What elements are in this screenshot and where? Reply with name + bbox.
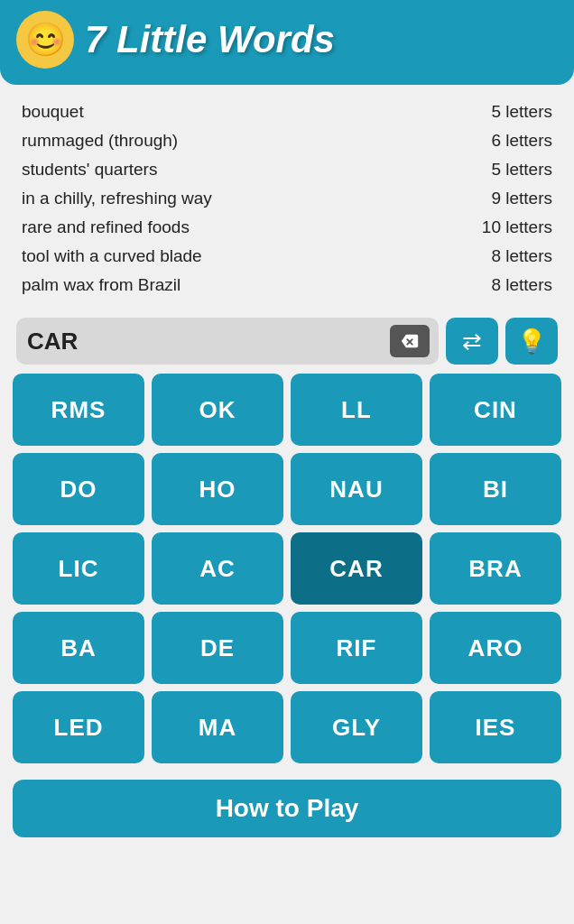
delete-button[interactable]: [390, 325, 430, 357]
tile-button[interactable]: DO: [13, 453, 144, 525]
tile-button[interactable]: CIN: [430, 374, 561, 446]
clue-letters: 8 letters: [491, 246, 552, 266]
input-row: CAR ⇄ 💡: [0, 309, 574, 374]
clue-letters: 8 letters: [491, 275, 552, 295]
clue-letters: 10 letters: [482, 217, 552, 237]
clue-letters: 5 letters: [491, 102, 552, 122]
shuffle-icon: ⇄: [462, 328, 482, 356]
tile-button[interactable]: ARO: [430, 612, 561, 684]
answer-input-box: CAR: [16, 318, 439, 365]
clue-row: in a chilly, refreshing way9 letters: [22, 184, 552, 213]
hint-button[interactable]: 💡: [505, 318, 558, 365]
tile-button[interactable]: NAU: [291, 453, 422, 525]
tile-button[interactable]: LIC: [13, 532, 144, 605]
hint-icon: 💡: [517, 328, 546, 356]
delete-icon: [400, 331, 420, 351]
clues-section: bouquet5 lettersrummaged (through)6 lett…: [0, 85, 574, 309]
clue-row: students' quarters5 letters: [22, 155, 552, 184]
tile-button[interactable]: BA: [13, 612, 144, 684]
how-to-play-button[interactable]: How to Play: [13, 780, 561, 837]
logo-emoji: 😊: [25, 21, 66, 59]
clue-text: rummaged (through): [22, 131, 178, 151]
tile-button[interactable]: OK: [152, 374, 283, 446]
tile-button[interactable]: BI: [430, 453, 561, 525]
tile-button[interactable]: LED: [13, 691, 144, 763]
tile-button[interactable]: RMS: [13, 374, 144, 446]
clue-text: tool with a curved blade: [22, 246, 202, 266]
clue-row: tool with a curved blade8 letters: [22, 242, 552, 271]
tile-button[interactable]: RIF: [291, 612, 422, 684]
tile-button[interactable]: IES: [430, 691, 561, 763]
app-title: 7 Little Words: [85, 18, 335, 61]
tile-button[interactable]: MA: [152, 691, 283, 763]
clue-row: palm wax from Brazil8 letters: [22, 271, 552, 300]
shuffle-button[interactable]: ⇄: [446, 318, 498, 365]
tile-button[interactable]: DE: [152, 612, 283, 684]
clue-text: students' quarters: [22, 160, 157, 180]
clue-row: rummaged (through)6 letters: [22, 126, 552, 155]
clue-row: bouquet5 letters: [22, 97, 552, 126]
tile-button[interactable]: AC: [152, 532, 283, 605]
clue-text: bouquet: [22, 102, 84, 122]
tile-button[interactable]: BRA: [430, 532, 561, 605]
tile-button[interactable]: LL: [291, 374, 422, 446]
tiles-grid: RMSOKLLCINDOHONAUBILICACCARBRABADERIFARO…: [0, 374, 574, 772]
input-display: CAR: [27, 328, 78, 356]
clue-letters: 5 letters: [491, 160, 552, 180]
clue-text: in a chilly, refreshing way: [22, 189, 212, 208]
clue-text: palm wax from Brazil: [22, 275, 181, 295]
tile-button[interactable]: CAR: [291, 532, 422, 605]
tile-button[interactable]: HO: [152, 453, 283, 525]
how-to-play-label: How to Play: [216, 794, 359, 823]
clue-row: rare and refined foods10 letters: [22, 213, 552, 242]
clue-text: rare and refined foods: [22, 217, 190, 237]
clue-letters: 6 letters: [491, 131, 552, 151]
logo-face: 😊: [16, 11, 74, 69]
clue-letters: 9 letters: [491, 189, 552, 208]
tile-button[interactable]: GLY: [291, 691, 422, 763]
app-header: 😊 7 Little Words: [0, 0, 574, 85]
